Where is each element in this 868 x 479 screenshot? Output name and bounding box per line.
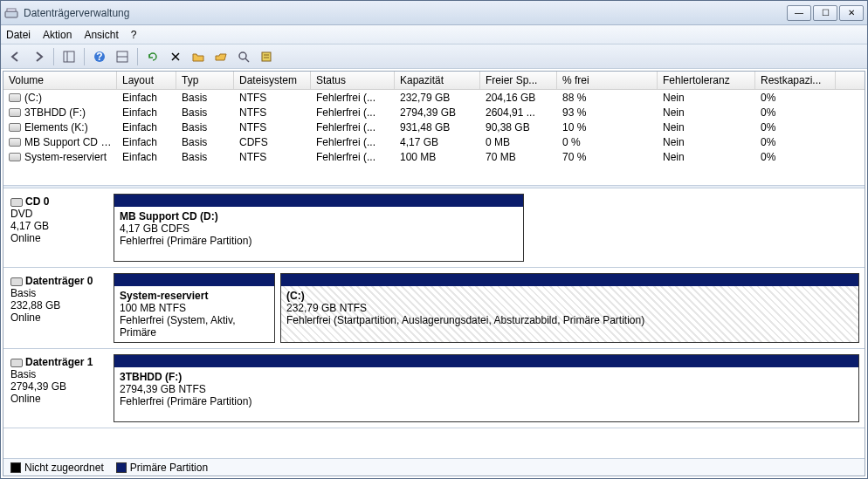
column-header[interactable]: Typ: [176, 72, 234, 89]
legend-unallocated: Nicht zugeordnet: [10, 462, 104, 474]
drive-icon: [9, 153, 21, 161]
volume-row[interactable]: (C:)EinfachBasisNTFSFehlerfrei (...232,7…: [3, 90, 865, 105]
volume-row[interactable]: System-reserviertEinfachBasisNTFSFehlerf…: [3, 149, 865, 164]
volume-row[interactable]: Elements (K:)EinfachBasisNTFSFehlerfrei …: [3, 120, 865, 134]
cell-status: Fehlerfrei (...: [311, 106, 395, 119]
layout-button[interactable]: [113, 47, 132, 66]
partition-status: Fehlerfrei (System, Aktiv, Primäre: [120, 314, 235, 339]
menu-file[interactable]: Datei: [6, 29, 31, 41]
cell-cap: 931,48 GB: [395, 121, 480, 133]
svg-text:?: ?: [96, 51, 102, 63]
window-title: Datenträgerverwaltung: [24, 7, 787, 19]
partition-name: 3TBHDD (F:): [120, 371, 182, 383]
partition[interactable]: System-reserviert100 MB NTFSFehlerfrei (…: [114, 273, 275, 343]
disk-title: Datenträger 0: [25, 275, 93, 287]
cell-fault: Nein: [658, 151, 755, 163]
cell-rest: 0%: [755, 136, 836, 148]
partition-size-fs: 2794,39 GB NTFS: [120, 383, 206, 395]
cell-free: 0 MB: [480, 136, 557, 148]
cell-fs: NTFS: [234, 106, 311, 119]
disk-row: Datenträger 0Basis232,88 GBOnlineSystem-…: [3, 268, 865, 349]
svg-rect-1: [7, 9, 16, 11]
disk-status: Online: [10, 393, 41, 405]
volume-list-header: VolumeLayoutTypDateisystemStatusKapazitä…: [3, 72, 865, 90]
cell-free: 204,16 GB: [480, 92, 557, 104]
partition[interactable]: MB Support CD (D:)4,17 GB CDFSFehlerfrei…: [114, 194, 524, 262]
column-header[interactable]: Fehlertoleranz: [658, 72, 755, 89]
column-header[interactable]: Dateisystem: [234, 72, 311, 89]
show-hide-tree-button[interactable]: [59, 47, 79, 66]
cell-status: Fehlerfrei (...: [311, 136, 395, 148]
app-icon: [4, 6, 18, 20]
menu-action[interactable]: Aktion: [43, 29, 72, 41]
cell-pct: 93 %: [557, 106, 658, 119]
close-button[interactable]: ✕: [839, 5, 864, 21]
disk-row: CD 0DVD4,17 GBOnlineMB Support CD (D:)4,…: [3, 188, 865, 268]
column-header[interactable]: Freier Sp...: [480, 72, 557, 89]
svg-line-9: [245, 58, 249, 62]
partition-status: Fehlerfrei (Startpartition, Auslagerungs…: [286, 314, 644, 326]
cell-status: Fehlerfrei (...: [311, 151, 395, 163]
disk-icon: [10, 359, 23, 367]
cell-fault: Nein: [658, 121, 755, 133]
search-button[interactable]: [234, 47, 253, 66]
menu-view[interactable]: Ansicht: [84, 29, 118, 41]
disk-size: 4,17 GB: [10, 220, 49, 232]
partition[interactable]: (C:)232,79 GB NTFSFehlerfrei (Startparti…: [280, 273, 859, 343]
legend-primary: Primäre Partition: [116, 462, 208, 474]
legend: Nicht zugeordnet Primäre Partition: [3, 458, 865, 476]
cell-fs: NTFS: [234, 151, 311, 163]
partitions-container: MB Support CD (D:)4,17 GB CDFSFehlerfrei…: [114, 194, 859, 262]
column-header[interactable]: Layout: [117, 72, 176, 89]
partition-size-fs: 100 MB NTFS: [120, 302, 186, 314]
open-folder-button[interactable]: [189, 47, 208, 66]
forward-button[interactable]: [29, 47, 48, 66]
cell-layout: Einfach: [117, 92, 176, 104]
volume-row[interactable]: 3TBHDD (F:)EinfachBasisNTFSFehlerfrei (.…: [3, 105, 865, 120]
cell-type: Basis: [176, 121, 234, 133]
cell-free: 90,38 GB: [480, 121, 557, 133]
partition-header-bar: [114, 355, 858, 367]
help-button[interactable]: ?: [90, 47, 109, 66]
disk-status: Online: [10, 311, 41, 324]
disk-info[interactable]: Datenträger 0Basis232,88 GBOnline: [9, 273, 107, 343]
partition[interactable]: 3TBHDD (F:)2794,39 GB NTFSFehlerfrei (Pr…: [114, 354, 859, 422]
disk-size: 232,88 GB: [10, 299, 60, 311]
cell-cap: 2794,39 GB: [395, 106, 480, 119]
partition-size-fs: 232,79 GB NTFS: [286, 302, 367, 314]
cell-name: Elements (K:): [3, 121, 117, 133]
svg-rect-0: [5, 11, 17, 17]
cell-rest: 0%: [755, 121, 836, 133]
column-header[interactable]: Volume: [3, 72, 117, 89]
menubar: Datei Aktion Ansicht ?: [1, 25, 867, 44]
menu-help[interactable]: ?: [131, 29, 137, 41]
drive-icon: [9, 93, 21, 102]
maximize-button[interactable]: ☐: [813, 5, 837, 21]
minimize-button[interactable]: —: [787, 5, 811, 21]
refresh-button[interactable]: [143, 47, 162, 66]
disk-icon: [10, 277, 23, 286]
cell-name: (C:): [3, 92, 117, 104]
delete-button[interactable]: [166, 47, 185, 66]
column-header[interactable]: Kapazität: [395, 72, 480, 89]
partition-header-bar: [281, 274, 858, 286]
cell-type: Basis: [176, 151, 234, 163]
partitions-container: System-reserviert100 MB NTFSFehlerfrei (…: [114, 273, 859, 343]
disk-title: CD 0: [25, 195, 49, 208]
column-header[interactable]: Restkapazi...: [755, 72, 836, 89]
window-buttons: — ☐ ✕: [787, 5, 864, 21]
eject-button[interactable]: [211, 47, 231, 66]
column-header[interactable]: Status: [311, 72, 395, 89]
disk-type: DVD: [10, 208, 32, 220]
properties-button[interactable]: [257, 47, 276, 66]
back-button[interactable]: [6, 47, 25, 66]
column-header[interactable]: % frei: [557, 72, 658, 89]
volume-row[interactable]: MB Support CD (D:)EinfachBasisCDFSFehler…: [3, 134, 865, 149]
partition-status: Fehlerfrei (Primäre Partition): [120, 235, 251, 247]
cell-pct: 70 %: [557, 151, 658, 163]
disk-info[interactable]: CD 0DVD4,17 GBOnline: [9, 194, 107, 262]
cell-name: System-reserviert: [3, 151, 117, 163]
cell-layout: Einfach: [117, 106, 176, 119]
cell-layout: Einfach: [117, 121, 176, 133]
disk-info[interactable]: Datenträger 1Basis2794,39 GBOnline: [9, 354, 107, 422]
